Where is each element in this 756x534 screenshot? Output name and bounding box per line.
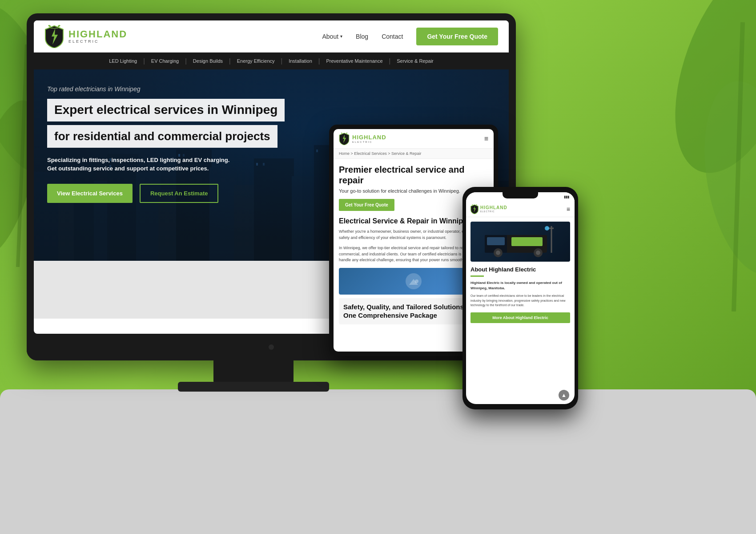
nav-led-lighting[interactable]: LED Lighting bbox=[103, 58, 143, 64]
monitor-stand bbox=[213, 360, 294, 383]
svg-rect-46 bbox=[511, 237, 543, 246]
tablet-breadcrumb: Home > Electrical Services > Service & R… bbox=[334, 149, 494, 159]
monitor-power-button bbox=[269, 344, 274, 350]
phone-more-button[interactable]: More About Highland Electric bbox=[470, 312, 570, 323]
nav-energy-efficiency[interactable]: Energy Efficiency bbox=[231, 58, 281, 64]
nav-blog[interactable]: Blog bbox=[356, 33, 368, 40]
tablet-logo-icon bbox=[339, 133, 350, 145]
nav-service-repair[interactable]: Service & Repair bbox=[390, 58, 440, 64]
svg-point-38 bbox=[415, 279, 418, 283]
nav-installation[interactable]: Installation bbox=[282, 58, 318, 64]
phone-notch bbox=[503, 192, 538, 198]
hero-title-line2: for residential and commercial projects bbox=[54, 129, 270, 143]
phone-green-bar bbox=[470, 275, 484, 277]
site-header: HIGHLAND ELECTRIC About Blog Contact Get… bbox=[34, 20, 509, 53]
phone-signal-icon: ▮▮▮ bbox=[564, 195, 569, 199]
nav-design-builds[interactable]: Design Builds bbox=[187, 58, 229, 64]
phone-hero-overlay bbox=[470, 222, 570, 262]
monitor-base bbox=[178, 382, 329, 392]
svg-rect-45 bbox=[487, 237, 505, 245]
hero-title-box-1: Expert electrical services in Winnipeg bbox=[47, 99, 285, 121]
tablet-logo-highland: HIGHLAND bbox=[352, 134, 386, 141]
svg-point-49 bbox=[545, 226, 549, 231]
svg-point-44 bbox=[536, 251, 540, 255]
hero-subtitle: Top rated electricians in Winnipeg bbox=[47, 85, 495, 93]
hero-title-box-2: for residential and commercial projects bbox=[47, 125, 277, 148]
phone-logo[interactable]: HIGHLAND ELECTRIC bbox=[470, 204, 507, 214]
plant-right-decoration bbox=[627, 0, 756, 312]
logo-electric-text: ELECTRIC bbox=[68, 39, 127, 44]
nav-preventative-maintenance[interactable]: Preventative Maintenance bbox=[320, 58, 389, 64]
hero-title-line1: Expert electrical services in Winnipeg bbox=[54, 103, 277, 117]
tablet-image-icon bbox=[405, 272, 422, 290]
logo-highland-text: HIGHLAND bbox=[68, 29, 127, 39]
phone-scroll-up-button[interactable]: ▲ bbox=[559, 390, 569, 400]
view-services-button[interactable]: View Electrical Services bbox=[47, 184, 133, 203]
nav-about[interactable]: About bbox=[322, 33, 343, 40]
secondary-navigation: LED Lighting | EV Charging | Design Buil… bbox=[34, 53, 509, 69]
svg-point-42 bbox=[496, 251, 500, 255]
phone-logo-icon bbox=[470, 204, 479, 214]
tablet-menu-icon[interactable]: ≡ bbox=[484, 135, 488, 143]
header-quote-button[interactable]: Get Your Free Quote bbox=[416, 28, 498, 45]
phone-header: HIGHLAND ELECTRIC ≡ bbox=[466, 201, 575, 217]
phone-device: ▮▮▮ HIGHLAND ELECTRIC ≡ bbox=[462, 187, 578, 409]
tablet-logo[interactable]: HIGHLAND ELECTRIC bbox=[339, 133, 386, 145]
tablet-logo-electric: ELECTRIC bbox=[352, 141, 386, 143]
nav-contact[interactable]: Contact bbox=[382, 33, 403, 40]
request-estimate-button[interactable]: Request An Estimate bbox=[140, 184, 219, 203]
phone-menu-icon[interactable]: ≡ bbox=[567, 206, 570, 213]
phone-content: About Highland Electric Highland Electri… bbox=[466, 217, 575, 328]
phone-body-text: Our team of certified electricians striv… bbox=[470, 294, 570, 308]
nav-ev-charging[interactable]: EV Charging bbox=[145, 58, 185, 64]
hero-description: Specializing in fittings, inspections, L… bbox=[47, 156, 261, 173]
phone-logo-electric: ELECTRIC bbox=[480, 210, 507, 213]
logo-area[interactable]: HIGHLAND ELECTRIC bbox=[44, 25, 127, 48]
tablet-quote-button[interactable]: Get Your Free Quote bbox=[339, 199, 394, 211]
tablet-main-title: Premier electrical service and repair bbox=[339, 164, 488, 186]
header-navigation: About Blog Contact Get Your Free Quote bbox=[322, 28, 499, 45]
phone-screen: ▮▮▮ HIGHLAND ELECTRIC ≡ bbox=[466, 192, 575, 404]
phone-truck-svg bbox=[480, 226, 560, 257]
logo-icon bbox=[44, 25, 64, 48]
phone-logo-highland: HIGHLAND bbox=[480, 205, 507, 210]
tablet-header: HIGHLAND ELECTRIC ≡ bbox=[334, 129, 494, 149]
phone-hero-image bbox=[470, 222, 570, 262]
desk-surface bbox=[0, 389, 756, 534]
scroll-up-icon: ▲ bbox=[561, 392, 567, 398]
logo-text: HIGHLAND ELECTRIC bbox=[68, 29, 127, 44]
phone-about-title: About Highland Electric bbox=[470, 266, 570, 273]
phone-body-bold: Highland Electric is locally owned and o… bbox=[470, 280, 570, 291]
